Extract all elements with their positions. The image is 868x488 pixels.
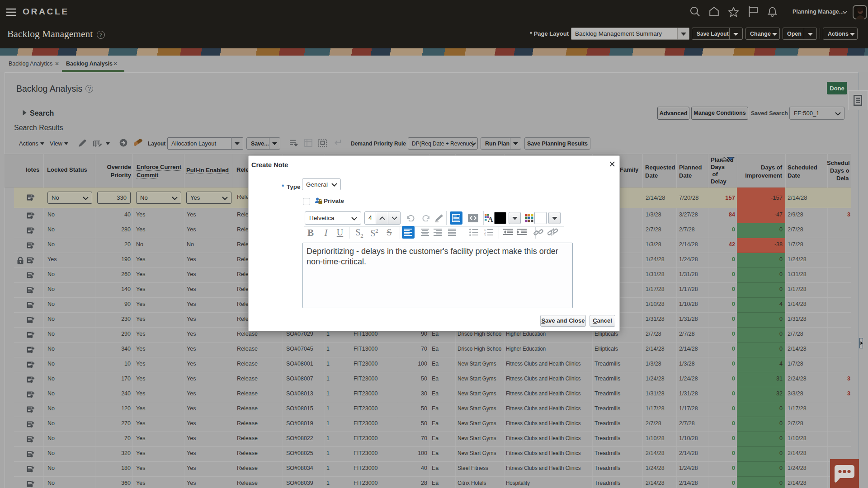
svg-text:3: 3 [484, 234, 486, 236]
svg-text:A: A [488, 216, 493, 223]
